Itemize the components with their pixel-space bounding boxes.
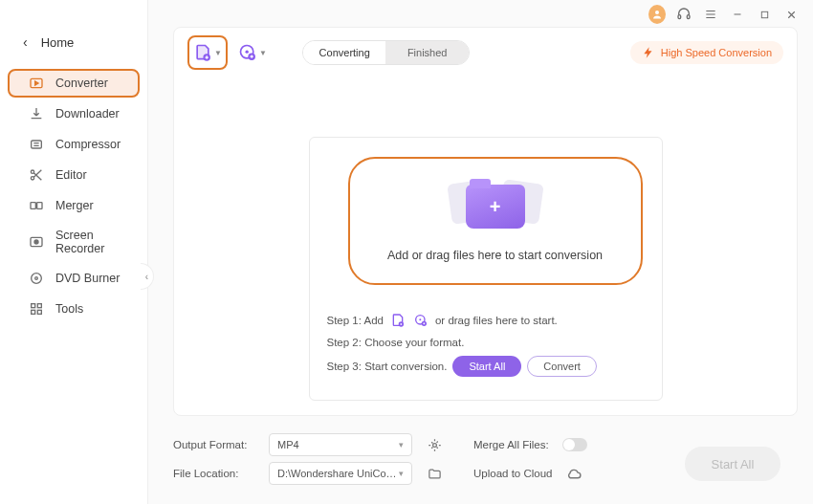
output-format-select[interactable]: MP4 ▾ xyxy=(269,433,412,456)
svg-point-21 xyxy=(246,51,249,54)
step-2: Step 2: Choose your format. xyxy=(327,337,662,348)
account-avatar[interactable] xyxy=(648,6,666,23)
open-folder-icon[interactable] xyxy=(426,465,443,482)
sidebar-item-label: Screen Recorder xyxy=(55,229,126,255)
record-icon xyxy=(29,234,44,250)
add-disc-icon xyxy=(238,43,257,62)
merge-icon xyxy=(29,198,44,213)
toolbar: ▼ ▼ Converting Finished High Speed Conve… xyxy=(174,28,797,77)
download-icon xyxy=(29,106,44,121)
converter-icon xyxy=(29,76,44,91)
chevron-down-icon: ▼ xyxy=(259,49,267,57)
tab-finished[interactable]: Finished xyxy=(385,41,469,64)
file-location-label: File Location: xyxy=(173,468,255,479)
merge-all-toggle[interactable] xyxy=(562,438,587,451)
home-label: Home xyxy=(41,35,75,50)
svg-rect-2 xyxy=(32,141,42,148)
content-panel: ▼ ▼ Converting Finished High Speed Conve… xyxy=(173,27,798,416)
chevron-down-icon: ▾ xyxy=(399,440,404,449)
drop-zone[interactable]: + Add or drag files here to start conver… xyxy=(348,157,643,285)
chevron-down-icon: ▾ xyxy=(399,469,404,478)
tab-converting[interactable]: Converting xyxy=(303,41,386,64)
sidebar-item-label: Downloader xyxy=(55,107,120,121)
svg-point-9 xyxy=(32,274,42,284)
file-location-value: D:\Wondershare UniConverter 1 xyxy=(277,468,399,479)
svg-marker-1 xyxy=(35,81,38,85)
svg-point-25 xyxy=(419,318,421,320)
svg-rect-12 xyxy=(37,304,41,308)
sidebar-item-screen-recorder[interactable]: Screen Recorder xyxy=(8,222,140,262)
sidebar-item-label: Merger xyxy=(55,199,94,212)
step-1: Step 1: Add or drag files here to start. xyxy=(327,312,662,329)
svg-rect-6 xyxy=(37,203,42,209)
svg-rect-5 xyxy=(31,203,35,209)
step1-prefix: Step 1: Add xyxy=(327,315,384,326)
add-file-icon xyxy=(193,43,212,62)
file-location-select[interactable]: D:\Wondershare UniConverter 1 ▾ xyxy=(269,462,412,485)
svg-rect-16 xyxy=(678,15,681,19)
maximize-button[interactable] xyxy=(756,6,773,23)
add-file-button[interactable]: ▼ xyxy=(187,35,228,70)
chevron-down-icon: ▼ xyxy=(214,49,222,57)
tab-switch: Converting Finished xyxy=(302,40,470,65)
output-format-label: Output Format: xyxy=(173,439,255,450)
menu-icon[interactable] xyxy=(702,6,719,23)
start-all-footer-button[interactable]: Start All xyxy=(685,447,780,481)
settings-gear-icon[interactable] xyxy=(426,436,443,453)
sidebar-item-tools[interactable]: Tools xyxy=(8,295,140,323)
step1-suffix: or drag files here to start. xyxy=(435,315,558,326)
high-speed-badge[interactable]: High Speed Conversion xyxy=(630,41,783,64)
cloud-icon[interactable] xyxy=(565,465,582,482)
sidebar: ‹ Home Converter Downloader Compressor E… xyxy=(0,0,148,504)
back-icon: ‹ xyxy=(23,34,28,50)
start-all-button[interactable]: Start All xyxy=(452,356,521,377)
sidebar-item-label: DVD Burner xyxy=(55,272,120,285)
output-format-value: MP4 xyxy=(277,439,299,450)
svg-rect-17 xyxy=(687,15,690,19)
svg-point-27 xyxy=(432,443,436,447)
titlebar xyxy=(148,0,813,25)
upload-cloud-label: Upload to Cloud xyxy=(473,468,552,479)
step2-text: Step 2: Choose your format. xyxy=(327,337,465,348)
svg-rect-11 xyxy=(32,304,35,308)
sidebar-item-label: Compressor xyxy=(55,138,121,151)
add-disc-button[interactable]: ▼ xyxy=(235,35,270,70)
convert-button[interactable]: Convert xyxy=(527,356,597,377)
svg-point-8 xyxy=(34,240,38,244)
sidebar-item-label: Editor xyxy=(55,168,87,182)
sidebar-item-merger[interactable]: Merger xyxy=(8,191,140,220)
scissors-icon xyxy=(29,167,44,183)
add-disc-mini-icon[interactable] xyxy=(412,312,429,329)
drop-zone-text: Add or drag files here to start conversi… xyxy=(387,249,603,262)
sidebar-item-label: Converter xyxy=(55,77,108,90)
drop-zone-container: + Add or drag files here to start conver… xyxy=(309,137,663,401)
svg-point-15 xyxy=(655,11,659,14)
sidebar-item-dvd-burner[interactable]: DVD Burner xyxy=(8,264,140,293)
add-file-mini-icon[interactable] xyxy=(389,312,406,329)
folder-plus-icon: + xyxy=(438,176,553,237)
svg-rect-18 xyxy=(761,11,767,17)
svg-point-3 xyxy=(31,170,33,173)
svg-rect-14 xyxy=(37,310,41,314)
svg-point-10 xyxy=(35,277,38,280)
content-body: + Add or drag files here to start conver… xyxy=(174,77,797,415)
sidebar-item-downloader[interactable]: Downloader xyxy=(8,99,140,128)
support-icon[interactable] xyxy=(675,6,692,23)
sidebar-item-compressor[interactable]: Compressor xyxy=(8,130,140,159)
sidebar-item-label: Tools xyxy=(55,302,83,316)
svg-point-4 xyxy=(31,177,33,180)
disc-icon xyxy=(29,271,44,286)
minimize-button[interactable] xyxy=(729,6,746,23)
sidebar-item-converter[interactable]: Converter xyxy=(8,69,140,98)
step3-text: Step 3: Start conversion. xyxy=(327,361,448,372)
high-speed-label: High Speed Conversion xyxy=(661,47,772,58)
step-3: Step 3: Start conversion. Start All Conv… xyxy=(327,356,662,377)
merge-all-label: Merge All Files: xyxy=(473,439,549,450)
compress-icon xyxy=(29,137,44,152)
steps-panel: Step 1: Add or drag files here to start.… xyxy=(310,295,662,400)
home-link[interactable]: ‹ Home xyxy=(0,29,147,67)
grid-icon xyxy=(29,301,44,317)
sidebar-item-editor[interactable]: Editor xyxy=(8,161,140,189)
lightning-icon xyxy=(642,46,655,59)
close-button[interactable] xyxy=(782,6,800,23)
